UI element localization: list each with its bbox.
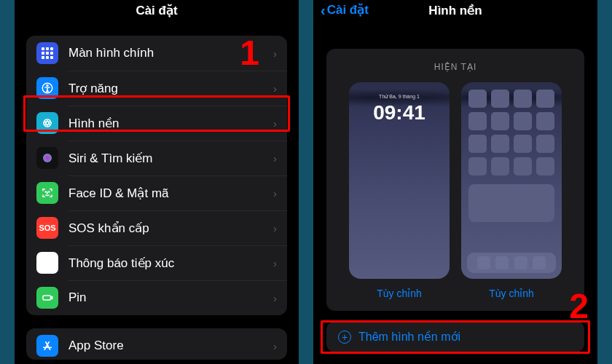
accessibility-icon [36, 77, 58, 99]
row-wallpaper[interactable]: Hình nền › [26, 106, 287, 141]
exposure-icon [36, 252, 58, 274]
row-label: Trợ năng [68, 81, 263, 96]
customize-lock-button[interactable]: Tùy chỉnh [377, 288, 422, 299]
row-siri[interactable]: Siri & Tìm kiếm › [26, 141, 287, 175]
back-label: Cài đặt [327, 2, 369, 17]
chevron-right-icon: › [273, 292, 277, 304]
current-wallpaper-card: HIỆN TẠI Thứ Ba, 9 tháng 1 09:41 Tùy chỉ… [326, 49, 584, 311]
svg-point-1 [47, 85, 48, 87]
chevron-right-icon: › [273, 340, 277, 352]
battery-icon [36, 287, 58, 309]
sos-icon: SOS [36, 217, 58, 239]
wallpaper-title: Hình nền [428, 4, 482, 17]
row-sos[interactable]: SOS SOS khẩn cấp › [26, 210, 287, 245]
chevron-right-icon: › [273, 222, 277, 234]
settings-group-2: App Store › [26, 328, 287, 360]
lock-screen-time: 09:41 [349, 101, 450, 124]
home-screen-column: Tùy chỉnh [461, 82, 562, 299]
siri-icon [36, 147, 58, 169]
row-accessibility[interactable]: Trợ năng › [26, 71, 287, 106]
wallpaper-icon [36, 112, 58, 134]
row-label: Pin [68, 290, 263, 305]
add-wallpaper-button[interactable]: + Thêm hình nền mới [326, 321, 584, 352]
row-label: SOS khẩn cấp [68, 221, 263, 236]
lock-screen-date: Thứ Ba, 9 tháng 1 [349, 94, 450, 100]
row-label: Face ID & Mật mã [68, 186, 263, 201]
faceid-icon [36, 182, 58, 204]
row-label: Thông báo tiếp xúc [68, 256, 263, 271]
lock-screen-preview[interactable]: Thứ Ba, 9 tháng 1 09:41 [349, 82, 450, 279]
svg-point-8 [49, 191, 50, 192]
row-label: App Store [68, 339, 263, 353]
chevron-right-icon: › [273, 117, 277, 130]
customize-home-button[interactable]: Tùy chỉnh [489, 288, 534, 299]
wallpaper-header: ‹ Cài đặt Hình nền [313, 0, 597, 27]
chevron-right-icon: › [273, 257, 277, 269]
add-wallpaper-label: Thêm hình nền mới [358, 330, 460, 344]
chevron-right-icon: › [273, 152, 277, 165]
settings-title: Cài đặt [15, 0, 299, 27]
home-screen-icon [36, 42, 58, 64]
svg-point-3 [44, 122, 52, 124]
home-screen-preview[interactable] [461, 82, 562, 279]
chevron-right-icon: › [273, 82, 277, 95]
settings-group-1: Màn hình chính › Trợ năng › Hình nền › S… [26, 36, 287, 315]
appstore-icon [36, 335, 58, 357]
chevron-right-icon: › [273, 47, 277, 60]
back-button[interactable]: ‹ Cài đặt [321, 2, 369, 17]
row-label: Màn hình chính [68, 46, 263, 60]
svg-point-7 [45, 191, 46, 192]
annotation-number-1: 1 [240, 33, 259, 73]
lock-screen-column: Thứ Ba, 9 tháng 1 09:41 Tùy chỉnh [349, 82, 450, 299]
chevron-right-icon: › [273, 187, 277, 199]
svg-point-6 [43, 154, 52, 162]
wallpaper-screen: ‹ Cài đặt Hình nền HIỆN TẠI Thứ Ba, 9 th… [313, 0, 597, 364]
settings-screen: Cài đặt Màn hình chính › Trợ năng › Hình… [15, 0, 299, 364]
row-appstore[interactable]: App Store › [26, 328, 287, 360]
chevron-left-icon: ‹ [321, 3, 326, 17]
svg-rect-10 [51, 297, 52, 299]
wallpaper-previews: Thứ Ba, 9 tháng 1 09:41 Tùy chỉnh [349, 82, 562, 299]
row-faceid[interactable]: Face ID & Mật mã › [26, 175, 287, 210]
svg-rect-9 [43, 296, 51, 300]
row-label: Hình nền [68, 116, 263, 131]
annotation-number-2: 2 [569, 286, 589, 326]
row-label: Siri & Tìm kiếm [68, 151, 263, 166]
row-exposure[interactable]: Thông báo tiếp xúc › [26, 245, 287, 280]
current-section-header: HIỆN TẠI [434, 62, 476, 72]
row-battery[interactable]: Pin › [26, 280, 287, 315]
plus-circle-icon: + [338, 331, 351, 344]
